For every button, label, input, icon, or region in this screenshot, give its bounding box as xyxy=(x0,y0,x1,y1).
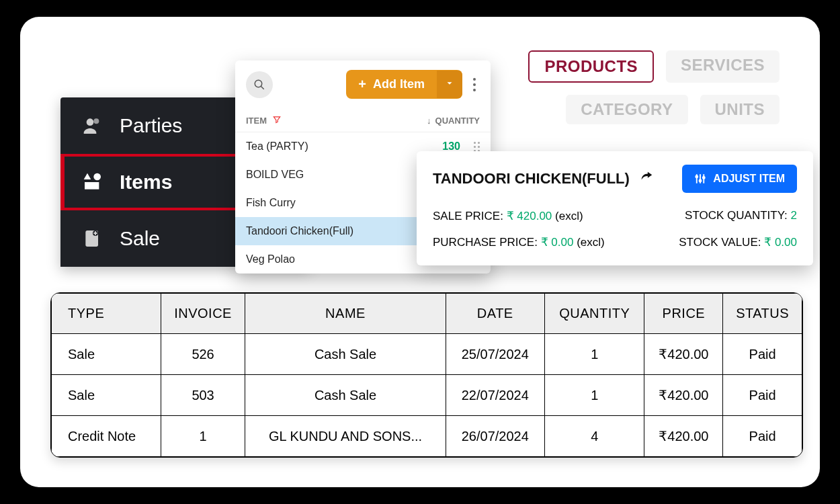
sidebar-label-items: Items xyxy=(120,171,172,194)
th-date[interactable]: DATE xyxy=(446,294,544,334)
cell-qty: 4 xyxy=(544,416,644,457)
item-list-header: ITEM ↓ QUANTITY xyxy=(235,108,491,132)
cell-status: Paid xyxy=(723,375,802,416)
tab-category[interactable]: CATEGORY xyxy=(566,95,687,124)
cell-qty: 1 xyxy=(544,375,644,416)
cell-invoice: 1 xyxy=(161,416,245,457)
svg-line-8 xyxy=(261,86,264,89)
sort-arrow-icon[interactable]: ↓ xyxy=(427,116,431,126)
cell-name: Cash Sale xyxy=(245,375,446,416)
search-button[interactable] xyxy=(246,71,273,98)
cell-type: Sale xyxy=(52,334,161,375)
svg-point-12 xyxy=(700,180,702,182)
svg-marker-2 xyxy=(84,173,91,179)
cell-type: Credit Note xyxy=(52,416,161,457)
cell-invoice: 503 xyxy=(161,375,245,416)
item-detail-title: TANDOORI CHICKEN(FULL) xyxy=(433,170,630,187)
stock-value: STOCK VALUE: ₹ 0.00 xyxy=(679,235,797,249)
cell-status: Paid xyxy=(723,334,802,375)
svg-point-7 xyxy=(255,80,262,87)
tab-units[interactable]: UNITS xyxy=(700,95,780,124)
plus-icon: + xyxy=(358,77,366,92)
item-name: Tea (PARTY) xyxy=(246,140,308,153)
cell-price: ₹420.00 xyxy=(644,416,723,457)
th-status[interactable]: STATUS xyxy=(723,294,802,334)
header-item-label: ITEM xyxy=(246,116,267,126)
th-price[interactable]: PRICE xyxy=(644,294,723,334)
cell-name: GL KUNDU AND SONS... xyxy=(245,416,446,457)
item-detail-card: TANDOORI CHICKEN(FULL) ADJUST ITEM SALE … xyxy=(417,151,813,265)
svg-point-10 xyxy=(696,176,698,178)
svg-point-3 xyxy=(93,173,101,181)
table-row[interactable]: Sale 526 Cash Sale 25/07/2024 1 ₹420.00 … xyxy=(52,334,802,375)
table-row[interactable]: Sale 503 Cash Sale 22/07/2024 1 ₹420.00 … xyxy=(52,375,802,416)
filter-tabs: PRODUCTS SERVICES CATEGORY UNITS xyxy=(497,50,780,124)
more-menu-button[interactable] xyxy=(469,74,480,95)
th-quantity[interactable]: QUANTITY xyxy=(544,294,644,334)
sidebar-label-parties: Parties xyxy=(120,114,182,137)
shapes-icon xyxy=(81,170,105,194)
item-name: BOILD VEG xyxy=(246,169,304,181)
cell-name: Cash Sale xyxy=(245,334,446,375)
app-canvas: PRODUCTS SERVICES CATEGORY UNITS Parties… xyxy=(20,17,820,487)
transactions-table: TYPE INVOICE NAME DATE QUANTITY PRICE ST… xyxy=(50,292,803,458)
svg-rect-4 xyxy=(85,182,99,190)
cell-price: ₹420.00 xyxy=(644,375,723,416)
svg-point-1 xyxy=(93,118,99,124)
drag-handle-icon[interactable] xyxy=(474,142,480,152)
th-name[interactable]: NAME xyxy=(245,294,446,334)
svg-point-14 xyxy=(703,177,705,179)
tab-services[interactable]: SERVICES xyxy=(666,50,780,83)
sidebar-label-sale: Sale xyxy=(120,227,160,250)
add-item-button[interactable]: + Add Item xyxy=(346,70,462,99)
adjust-item-button[interactable]: ADJUST ITEM xyxy=(682,165,797,193)
adjust-item-label: ADJUST ITEM xyxy=(713,173,785,185)
th-invoice[interactable]: INVOICE xyxy=(161,294,245,334)
cell-date: 22/07/2024 xyxy=(446,375,544,416)
table-header-row: TYPE INVOICE NAME DATE QUANTITY PRICE ST… xyxy=(52,294,802,334)
cell-status: Paid xyxy=(723,416,802,457)
add-item-label: Add Item xyxy=(373,77,425,91)
tab-products[interactable]: PRODUCTS xyxy=(528,50,654,83)
cell-price: ₹420.00 xyxy=(644,334,723,375)
filter-icon[interactable] xyxy=(272,115,282,126)
stock-quantity: STOCK QUANTITY: 2 xyxy=(685,209,797,223)
add-item-dropdown[interactable] xyxy=(437,71,462,98)
svg-point-0 xyxy=(87,118,94,126)
receipt-icon xyxy=(81,226,105,251)
cell-invoice: 526 xyxy=(161,334,245,375)
cell-qty: 1 xyxy=(544,334,644,375)
th-type[interactable]: TYPE xyxy=(52,294,161,334)
item-list-toolbar: + Add Item xyxy=(235,60,491,108)
cell-date: 25/07/2024 xyxy=(446,334,544,375)
header-qty-label: QUANTITY xyxy=(435,116,480,126)
sale-price: SALE PRICE: ₹ 420.00 (excl) xyxy=(433,209,583,223)
item-name: Tandoori Chicken(Full) xyxy=(246,225,353,237)
cell-type: Sale xyxy=(52,375,161,416)
search-icon xyxy=(253,79,265,91)
item-name: Veg Polao xyxy=(246,253,295,265)
share-icon[interactable] xyxy=(639,169,654,188)
people-icon xyxy=(81,114,105,138)
chevron-down-icon xyxy=(445,79,454,88)
sliders-icon xyxy=(694,173,706,185)
purchase-price: PURCHASE PRICE: ₹ 0.00 (excl) xyxy=(433,235,605,249)
item-name: Fish Curry xyxy=(246,197,296,209)
table-row[interactable]: Credit Note 1 GL KUNDU AND SONS... 26/07… xyxy=(52,416,802,457)
cell-date: 26/07/2024 xyxy=(446,416,544,457)
